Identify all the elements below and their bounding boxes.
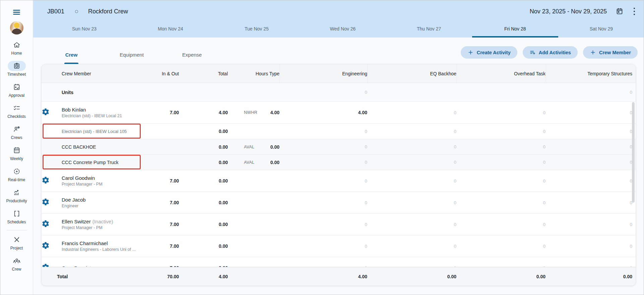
calendar-icon[interactable] — [616, 7, 624, 15]
cell-engineering: 0 — [279, 178, 367, 183]
cell-hours-type: NWHR4.00 — [228, 110, 279, 115]
sidebar-item-crews[interactable]: Crews — [0, 124, 33, 141]
sidebar-item-checklists[interactable]: Checklists — [0, 103, 33, 120]
cell-overhead-task: 0.00 — [456, 274, 545, 279]
day-tab-wed-nov-26[interactable]: Wed Nov 26 — [300, 20, 386, 38]
add-activities-button[interactable]: Add Activities — [523, 46, 578, 59]
sidebar-nav-top: Home Timesheet Approval Checklists Crews… — [0, 40, 33, 230]
date-range: Nov 23, 2025 - Nov 29, 2025 — [530, 8, 607, 15]
table-row-francis-charmichael[interactable]: Francis CharmichaelIndustrial Engineers … — [42, 235, 636, 257]
day-tab-mon-nov-24[interactable]: Mon Nov 24 — [127, 20, 213, 38]
table-row-doe-jacob[interactable]: Doe JacobEngineer7.000.000000 — [42, 192, 636, 214]
table-row-ccc-concrete-pump-truck[interactable]: CCC Concrete Pump Truck0.00AVAL0.000000 — [42, 155, 636, 170]
table-row-bob-kinlan[interactable]: Bob KinlanElectrician (std) - IBEW Local… — [42, 102, 636, 124]
hours-type-code: NWHR — [244, 110, 257, 115]
column-header-total: Total — [179, 71, 228, 76]
sidebar-item-project[interactable]: Project — [0, 235, 33, 251]
sidebar-item-home[interactable]: Home — [0, 40, 33, 57]
weekly-icon — [13, 146, 21, 154]
table-row-ellen-switzer[interactable]: Ellen Switzer(Inactive)Project Manager -… — [42, 214, 636, 235]
day-tab-fri-nov-28[interactable]: Fri Nov 28 — [472, 20, 558, 38]
timesheet-icon — [13, 62, 21, 70]
job-code: JB001 — [47, 8, 64, 15]
create-activity-button[interactable]: Create Activity — [461, 46, 517, 59]
sidebar-item-label: Weekly — [10, 156, 23, 161]
table-row-greg-bannister[interactable]: Greg Bannister7.000.000000 — [42, 257, 636, 267]
day-tab-tue-nov-25[interactable]: Tue Nov 25 — [213, 20, 300, 38]
gear-icon[interactable] — [42, 176, 50, 185]
table-row-ccc-backhoe[interactable]: CCC BACKHOE0.00AVAL0.000000 — [42, 139, 636, 155]
gear-icon[interactable] — [42, 219, 50, 228]
cell-total: 0.00 — [179, 265, 228, 267]
tab-crew[interactable]: Crew — [41, 46, 102, 64]
column-header-eq-backhoe: EQ Backhoe — [367, 64, 456, 83]
hours-type-value: 0.00 — [270, 160, 279, 165]
hours-type-value: 0.00 — [270, 144, 279, 150]
day-tab-thu-nov-27[interactable]: Thu Nov 27 — [386, 20, 472, 38]
gear-icon[interactable] — [42, 241, 50, 250]
cell-total: 0.00 — [179, 160, 228, 165]
cell-crew-member: Units — [62, 90, 139, 95]
checklists-icon — [13, 104, 21, 112]
cell-crew-member: Francis CharmichaelIndustrial Engineers … — [62, 240, 139, 252]
sidebar-item-schedules[interactable]: Schedules — [0, 209, 33, 225]
day-tab-sun-nov-23[interactable]: Sun Nov 23 — [41, 20, 127, 38]
cell-ts: 0 — [545, 222, 636, 227]
scrollbar-thumb[interactable] — [632, 102, 635, 203]
cell-eq-backhoe: 0.00 — [367, 274, 456, 279]
cell-total: 0.00 — [179, 243, 228, 249]
app-window: Home Timesheet Approval Checklists Crews… — [0, 0, 644, 295]
sidebar-item-label: Checklists — [7, 114, 26, 119]
cell-overhead-task: 0 — [456, 222, 545, 227]
cell-total: 0.00 — [179, 178, 228, 183]
cell-gear — [42, 198, 62, 208]
gear-icon[interactable] — [42, 263, 50, 267]
cell-overhead-task: 0 — [456, 110, 545, 115]
hours-type-code: AVAL — [244, 145, 254, 149]
cell-total: 0.00 — [179, 129, 228, 134]
cell-ts: 0 — [545, 178, 636, 183]
table-row-units: Units00 — [42, 83, 636, 102]
table-row-carol-goodwin[interactable]: Carol GoodwinProject Manager - PM7.000.0… — [42, 170, 636, 192]
member-name: Electrician (std) - IBEW Local 105 — [62, 129, 136, 134]
gear-icon[interactable] — [42, 107, 50, 116]
sidebar-item-productivity[interactable]: Productivity — [0, 188, 33, 204]
sidebar-item-approval[interactable]: Approval — [0, 82, 33, 99]
cell-in-and-out: 7.00 — [139, 265, 179, 267]
cell-ts: 0 — [545, 144, 636, 149]
table-body: Units00Bob KinlanElectrician (std) - IBE… — [42, 83, 636, 267]
sidebar-item-label: Real-time — [8, 177, 25, 182]
avatar[interactable] — [10, 21, 23, 34]
gear-icon[interactable] — [42, 198, 50, 206]
crew-member-button[interactable]: Crew Member — [583, 46, 638, 59]
schedules-icon — [13, 210, 21, 218]
table-row-electrician-std-ibew-local-105[interactable]: Electrician (std) - IBEW Local 1050.0000… — [42, 124, 636, 139]
member-name: Carol Goodwin — [62, 175, 136, 181]
cell-hours-type: AVAL0.00 — [228, 160, 279, 165]
cell-eq-backhoe: 0 — [367, 110, 456, 115]
cell-engineering: 4.00 — [279, 274, 367, 279]
sidebar-item-crew[interactable]: Crew — [0, 256, 33, 273]
cell-crew-member: Doe JacobEngineer — [62, 197, 139, 208]
tab-equipment[interactable]: Equipment — [102, 46, 162, 64]
tab-expense[interactable]: Expense — [162, 46, 222, 64]
member-trade: Project Manager - PM — [62, 225, 136, 230]
cell-in-and-out: 7.00 — [139, 110, 179, 115]
day-tab-sat-nov-29[interactable]: Sat Nov 29 — [558, 20, 644, 38]
sidebar-item-weekly[interactable]: Weekly — [0, 145, 33, 162]
cell-total: 4.00 — [179, 274, 228, 279]
sidebar-item-real-time[interactable]: Real-time — [0, 166, 33, 183]
cell-gear — [42, 241, 62, 251]
plus-icon — [467, 49, 474, 56]
sidebar-item-timesheet[interactable]: Timesheet — [0, 61, 33, 78]
table-header-row: Crew MemberIn & OutTotalHours TypeEngine… — [42, 64, 636, 83]
cell-ts: 0 — [545, 266, 636, 267]
menu-icon[interactable] — [10, 7, 23, 17]
separator-dot-icon — [75, 10, 78, 13]
column-header-crew-member: Crew Member — [62, 71, 139, 76]
sidebar-item-label: Crew — [12, 267, 21, 272]
kebab-menu-icon[interactable] — [632, 7, 636, 16]
cell-engineering: 0 — [279, 144, 367, 149]
cell-gear — [42, 107, 62, 118]
sidebar-item-label: Timesheet — [7, 72, 26, 77]
